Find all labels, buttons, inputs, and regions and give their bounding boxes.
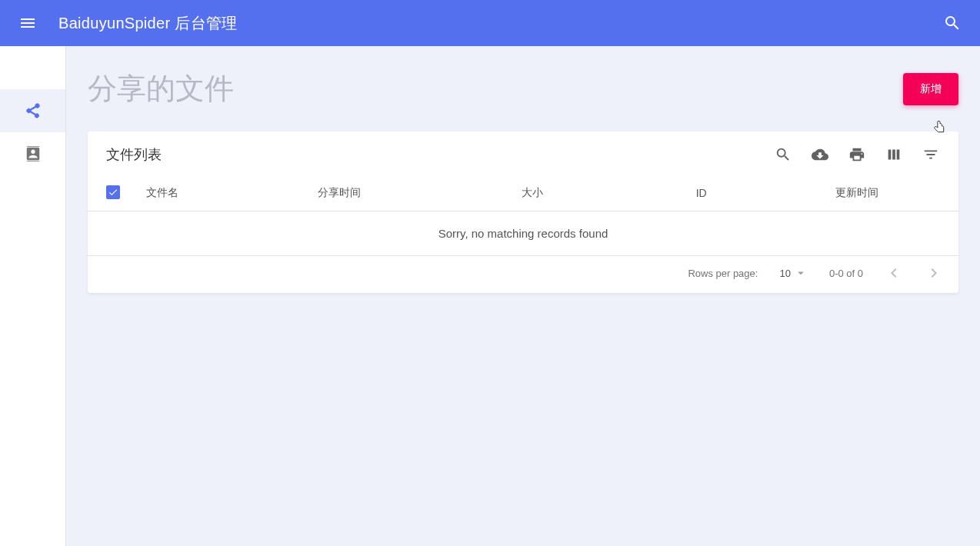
sidebar-item-contacts[interactable] [0, 132, 65, 175]
empty-message: Sorry, no matching records found [88, 211, 958, 256]
table-header-sharetime[interactable]: 分享时间 [305, 175, 509, 211]
page-header: 分享的文件 新增 [88, 69, 958, 108]
main-layout: 分享的文件 新增 文件列表 [0, 46, 980, 546]
table-header-updated[interactable]: 更新时间 [755, 175, 958, 211]
view-columns-icon [885, 146, 902, 163]
chevron-left-icon [885, 264, 903, 282]
print-button[interactable] [848, 145, 866, 164]
table-header-size[interactable]: 大小 [509, 175, 648, 211]
table-header-checkbox [88, 175, 134, 211]
contact-icon [25, 145, 42, 162]
table-footer: Rows per page: 10 0-0 of 0 [88, 256, 958, 293]
sidebar-spacer [0, 46, 65, 89]
columns-button[interactable] [885, 145, 903, 164]
next-page-button[interactable] [925, 264, 943, 282]
search-icon [943, 14, 962, 32]
filter-icon [922, 146, 939, 163]
select-all-checkbox[interactable] [106, 185, 120, 199]
chevron-right-icon [925, 264, 943, 282]
appbar-search-button[interactable] [943, 14, 962, 32]
card-actions [774, 145, 940, 164]
rows-per-page-label: Rows per page: [688, 268, 758, 279]
appbar: BaiduyunSpider 后台管理 [0, 0, 980, 46]
rows-per-page-value: 10 [779, 268, 790, 279]
filter-button[interactable] [922, 145, 940, 164]
search-icon [775, 146, 792, 163]
table-head: 文件名 分享时间 大小 ID 更新时间 [88, 175, 958, 211]
rows-per-page-select[interactable]: 10 [779, 266, 807, 280]
sidebar [0, 46, 66, 546]
download-button[interactable] [811, 145, 829, 164]
pagination-range: 0-0 of 0 [829, 268, 863, 279]
app-title: BaiduyunSpider 后台管理 [58, 13, 237, 34]
appbar-left: BaiduyunSpider 后台管理 [12, 13, 237, 34]
table-header-filename[interactable]: 文件名 [134, 175, 305, 211]
table-card: 文件列表 [88, 132, 958, 293]
hamburger-icon [18, 14, 37, 32]
add-button[interactable]: 新增 [903, 73, 958, 105]
table-search-button[interactable] [774, 145, 792, 164]
dropdown-icon [794, 266, 808, 280]
print-icon [848, 146, 865, 163]
menu-button[interactable] [18, 14, 37, 32]
page-title: 分享的文件 [88, 69, 234, 108]
content-area: 分享的文件 新增 文件列表 [66, 46, 980, 546]
cloud-download-icon [812, 146, 828, 163]
data-table: 文件名 分享时间 大小 ID 更新时间 Sorry, no matching r… [88, 175, 958, 256]
check-icon [108, 187, 118, 198]
table-empty-row: Sorry, no matching records found [88, 211, 958, 256]
card-title: 文件列表 [106, 145, 162, 164]
table-header-id[interactable]: ID [648, 175, 755, 211]
sidebar-item-share[interactable] [0, 89, 65, 132]
card-header: 文件列表 [88, 132, 958, 175]
share-icon [25, 102, 42, 119]
table-body: Sorry, no matching records found [88, 211, 958, 256]
prev-page-button[interactable] [885, 264, 903, 282]
